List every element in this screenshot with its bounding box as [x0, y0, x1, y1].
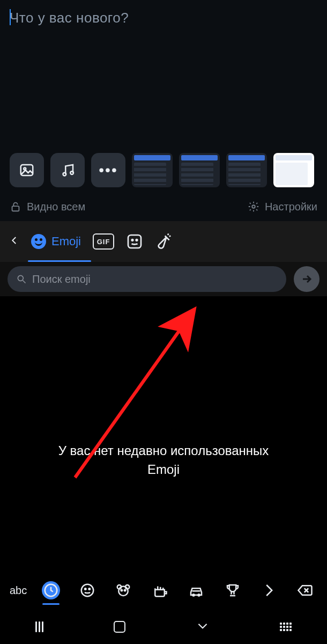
- emoji-empty-state: У вас нет недавно использованных Emoji: [43, 442, 284, 479]
- suggested-attachment[interactable]: [179, 153, 220, 187]
- svg-point-12: [81, 584, 93, 597]
- composer-input[interactable]: Что у вас нового?: [10, 10, 317, 27]
- smiley-icon: [79, 582, 95, 598]
- nav-recent-button[interactable]: [35, 621, 43, 632]
- svg-point-2: [63, 173, 66, 176]
- category-recent[interactable]: [39, 578, 63, 603]
- category-more[interactable]: [256, 578, 281, 603]
- tab-emoji[interactable]: Emoji: [31, 234, 81, 249]
- emoji-search-go-button[interactable]: [294, 266, 319, 292]
- car-icon: [188, 582, 204, 598]
- svg-point-3: [70, 171, 73, 174]
- category-activities[interactable]: [220, 578, 245, 603]
- image-icon: [19, 162, 35, 178]
- svg-point-18: [121, 590, 123, 591]
- chevron-right-icon: [261, 582, 277, 598]
- search-icon: [16, 274, 27, 284]
- food-icon: [152, 582, 168, 598]
- nav-home-button[interactable]: [114, 621, 125, 633]
- attach-photo-button[interactable]: [10, 153, 44, 187]
- suggested-attachment[interactable]: [226, 153, 267, 187]
- post-settings-button[interactable]: Настройки: [248, 201, 317, 213]
- emoji-search-input[interactable]: Поиск emoji: [8, 266, 286, 292]
- nav-back-button[interactable]: [196, 619, 210, 635]
- backspace-icon: [297, 582, 313, 598]
- emoji-search-row: Поиск emoji: [0, 262, 327, 296]
- gear-icon: [248, 201, 259, 213]
- svg-point-7: [132, 239, 133, 241]
- keyboard-grid-icon: [280, 623, 292, 631]
- keyboard-back-button[interactable]: [10, 233, 19, 250]
- trophy-icon: [225, 582, 241, 598]
- svg-point-14: [88, 588, 90, 590]
- chevron-down-icon: [196, 619, 210, 633]
- post-options-row: Видно всем Настройки: [0, 192, 327, 221]
- attach-more-button[interactable]: •••: [91, 153, 125, 187]
- sticker-icon: [126, 233, 143, 250]
- svg-point-5: [252, 205, 255, 208]
- empty-line-1: У вас нет недавно использованных: [58, 443, 269, 458]
- active-tab-underline: [28, 260, 91, 262]
- suggested-attachment[interactable]: [132, 153, 173, 187]
- android-nav-bar: [0, 610, 327, 644]
- brush-sparkle-icon: [155, 233, 172, 250]
- annotation-arrow: [0, 296, 327, 571]
- attach-music-button[interactable]: [50, 153, 85, 187]
- search-placeholder: Поиск emoji: [32, 273, 91, 286]
- tab-emoji-label: Emoji: [51, 235, 81, 248]
- tab-draw[interactable]: [155, 233, 172, 250]
- more-icon: •••: [99, 162, 117, 179]
- emoji-panel: У вас нет недавно использованных Emoji: [0, 296, 327, 571]
- settings-label: Настройки: [265, 201, 317, 213]
- privacy-label: Видно всем: [27, 201, 85, 213]
- svg-point-15: [119, 587, 129, 596]
- chevron-left-icon: [10, 233, 19, 247]
- gif-icon: GIF: [93, 233, 114, 250]
- svg-point-9: [18, 275, 23, 281]
- clock-icon: [43, 582, 59, 598]
- emoji-category-bar: abc: [0, 571, 327, 610]
- svg-point-13: [85, 588, 86, 590]
- tab-stickers[interactable]: [126, 233, 143, 250]
- category-animals[interactable]: [111, 578, 136, 603]
- composer-placeholder: Что у вас нового?: [10, 10, 129, 26]
- backspace-button[interactable]: [293, 578, 317, 603]
- svg-point-16: [117, 585, 122, 589]
- svg-rect-4: [12, 206, 19, 211]
- svg-point-17: [125, 585, 130, 589]
- svg-point-19: [124, 590, 126, 591]
- bear-icon: [115, 582, 131, 598]
- attachment-row: •••: [10, 151, 327, 189]
- post-composer: Что у вас нового? •••: [0, 0, 327, 192]
- category-food[interactable]: [147, 578, 172, 603]
- unlock-icon: [10, 201, 21, 213]
- privacy-selector[interactable]: Видно всем: [10, 201, 85, 213]
- arrow-right-icon: [300, 273, 313, 286]
- empty-line-2: Emoji: [147, 462, 180, 477]
- nav-keyboard-switch-button[interactable]: [280, 623, 292, 631]
- suggested-attachment[interactable]: [273, 153, 314, 187]
- category-travel[interactable]: [184, 578, 209, 603]
- svg-rect-6: [128, 235, 141, 248]
- keyboard-tab-bar: Emoji GIF: [0, 221, 327, 262]
- category-smileys[interactable]: [75, 578, 100, 603]
- svg-point-8: [136, 239, 138, 241]
- music-icon: [60, 162, 76, 178]
- tab-gif[interactable]: GIF: [93, 233, 114, 250]
- emoji-face-icon: [31, 234, 46, 249]
- switch-to-abc-button[interactable]: abc: [10, 584, 27, 597]
